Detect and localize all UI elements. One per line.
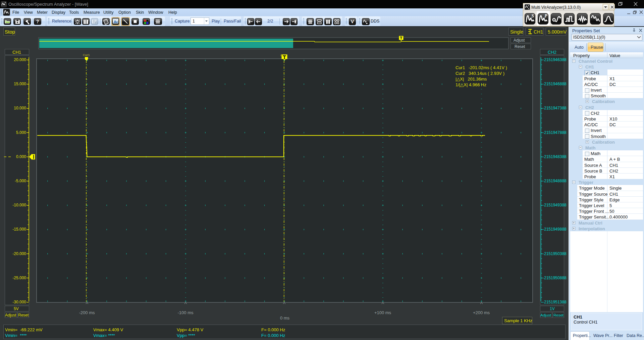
- svg-text:P: P: [545, 13, 548, 18]
- svg-text:Cur1: Cur1: [83, 53, 90, 57]
- svg-text:S: S: [532, 13, 534, 18]
